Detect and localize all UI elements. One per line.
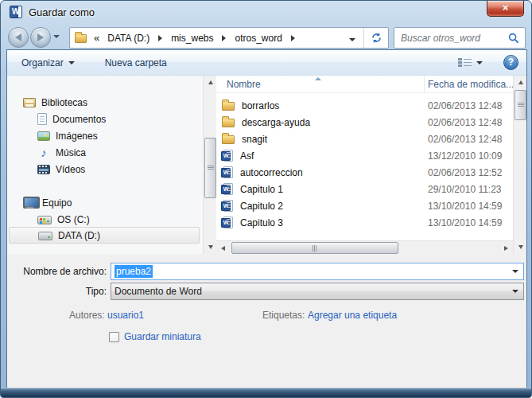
triangle-left-icon [221, 246, 225, 251]
column-header-fecha[interactable]: Fecha de modifica... [428, 79, 514, 90]
scrollbar-thumb[interactable] [515, 90, 526, 120]
sidebar-item-documentos[interactable]: Documentos [7, 111, 198, 127]
search-icon[interactable] [508, 33, 519, 44]
chevron-down-icon [68, 61, 75, 64]
scroll-left-button[interactable] [216, 241, 230, 255]
word-document-icon [223, 150, 233, 162]
sidebar-scrollbar[interactable] [203, 76, 216, 254]
authors-value-link[interactable]: usuario1 [107, 310, 144, 321]
word-document-icon [223, 217, 233, 228]
triangle-down-icon [208, 245, 213, 249]
window-title: Guardar como [29, 6, 95, 18]
triangle-down-icon [518, 245, 523, 249]
back-button[interactable] [8, 27, 29, 48]
sidebar-item-videos[interactable]: Vídeos [7, 161, 198, 178]
breadcrumb[interactable]: « DATA (D:) mis_webs otros_word [69, 27, 389, 49]
folder-icon [222, 102, 235, 111]
chevron-down-icon [349, 38, 355, 41]
chevron-down-icon [476, 61, 483, 64]
add-tag-link[interactable]: Agregar una etiqueta [308, 310, 397, 321]
scroll-down-button[interactable] [514, 240, 527, 254]
back-arrow-icon [15, 33, 21, 41]
breadcrumb-separator-icon[interactable] [222, 35, 226, 41]
save-thumbnail-option[interactable]: Guardar miniatura [109, 331, 201, 342]
sidebar-item-imagenes[interactable]: Imágenes [7, 127, 198, 144]
list-horizontal-scrollbar[interactable] [216, 240, 513, 254]
film-icon [37, 165, 50, 174]
new-folder-button[interactable]: Nueva carpeta [97, 53, 175, 72]
filetype-value: Documento de Word [115, 286, 202, 297]
document-icon [37, 113, 47, 125]
sidebar-item-equipo[interactable]: Equipo [7, 194, 198, 211]
table-row[interactable]: autocorreccion 02/06/2013 12:52 [216, 164, 513, 181]
filetype-label: Tipo: [7, 286, 107, 297]
sidebar-item-bibliotecas[interactable]: Bibliotecas [7, 94, 198, 111]
sidebar-item-data-d[interactable]: DATA (D:) [9, 227, 200, 244]
word-document-icon [223, 200, 233, 212]
sidebar-item-musica[interactable]: Música [7, 144, 198, 161]
help-button[interactable] [503, 55, 518, 70]
os-drive-icon [37, 216, 52, 224]
breadcrumb-overflow-chevron[interactable]: « [94, 32, 99, 44]
filetype-select[interactable]: Documento de Word [111, 283, 524, 300]
file-list: Nombre Fecha de modifica... borrarlos 02… [216, 76, 513, 254]
image-icon [37, 131, 50, 141]
new-folder-label: Nueva carpeta [105, 57, 167, 68]
recent-pages-dropdown[interactable] [53, 35, 60, 38]
hard-drive-icon [38, 232, 52, 240]
table-row[interactable]: snagit 02/06/2013 12:48 [216, 131, 513, 147]
address-dropdown[interactable] [349, 33, 355, 44]
table-row[interactable]: Capitulo 3 13/10/2010 14:59 [216, 214, 513, 231]
refresh-button[interactable] [363, 28, 388, 48]
sort-ascending-icon [315, 77, 321, 80]
table-row[interactable]: Capitulo 2 13/10/2010 14:59 [216, 197, 513, 214]
word-document-icon [223, 166, 233, 178]
breadcrumb-segment-otros-word[interactable]: otros_word [233, 33, 283, 44]
column-divider[interactable] [424, 76, 425, 92]
scrollbar-thumb[interactable] [204, 138, 216, 198]
navigation-pane: Bibliotecas Documentos Imágenes Música V… [7, 76, 203, 254]
breadcrumb-separator-icon[interactable] [291, 35, 295, 41]
search-input[interactable]: Buscar otros_word [394, 27, 526, 49]
breadcrumb-segment-drive[interactable]: DATA (D:) [106, 33, 151, 44]
chevron-down-icon[interactable] [512, 290, 518, 293]
music-note-icon [37, 146, 50, 159]
breadcrumb-separator-icon[interactable] [158, 35, 162, 41]
chevron-down-icon[interactable] [512, 270, 518, 273]
table-row[interactable]: descarga-ayuda 02/06/2013 12:48 [216, 114, 513, 131]
title-bar[interactable]: Guardar como × [1, 1, 531, 25]
sidebar-item-os-c[interactable]: OS (C:) [7, 211, 198, 228]
filename-input[interactable]: prueba2 [111, 263, 524, 280]
folder-icon [222, 119, 235, 127]
table-row[interactable]: Asf 13/12/2010 10:09 [216, 147, 513, 164]
computer-icon [23, 197, 37, 209]
scroll-up-button[interactable] [514, 76, 527, 89]
list-vertical-scrollbar[interactable] [513, 76, 526, 254]
breadcrumb-segment-mis-webs[interactable]: mis_webs [169, 33, 215, 44]
change-view-button[interactable] [450, 53, 491, 72]
save-thumbnail-checkbox[interactable] [109, 332, 119, 342]
filename-value-selected: prueba2 [115, 265, 153, 278]
file-browser: Bibliotecas Documentos Imágenes Música V… [7, 76, 526, 254]
close-button[interactable]: × [487, 1, 524, 17]
dialog-client-area: Organizar Nueva carpeta Bibliotecas [6, 49, 527, 390]
triangle-up-icon [208, 80, 213, 84]
folder-icon [75, 34, 87, 43]
table-row[interactable]: Capitulo 1 29/10/2010 11:23 [216, 181, 513, 197]
forward-button[interactable] [30, 27, 51, 48]
window-bottom-frame [1, 388, 531, 397]
scroll-down-button[interactable] [204, 240, 217, 254]
scroll-right-button[interactable] [499, 241, 513, 255]
libraries-icon [23, 98, 36, 107]
column-headers: Nombre Fecha de modifica... [216, 76, 513, 93]
organize-menu-button[interactable]: Organizar [14, 53, 83, 72]
table-row[interactable]: borrarlos 02/06/2013 12:48 [216, 97, 513, 114]
scroll-up-button[interactable] [204, 76, 217, 89]
column-header-nombre[interactable]: Nombre [227, 79, 261, 90]
scrollbar-thumb[interactable] [231, 242, 398, 254]
list-view-icon [458, 58, 472, 68]
forward-arrow-icon [37, 33, 44, 41]
filename-label: Nombre de archivo: [7, 266, 107, 277]
search-placeholder: Buscar otros_word [394, 33, 508, 44]
triangle-up-icon [518, 80, 523, 84]
